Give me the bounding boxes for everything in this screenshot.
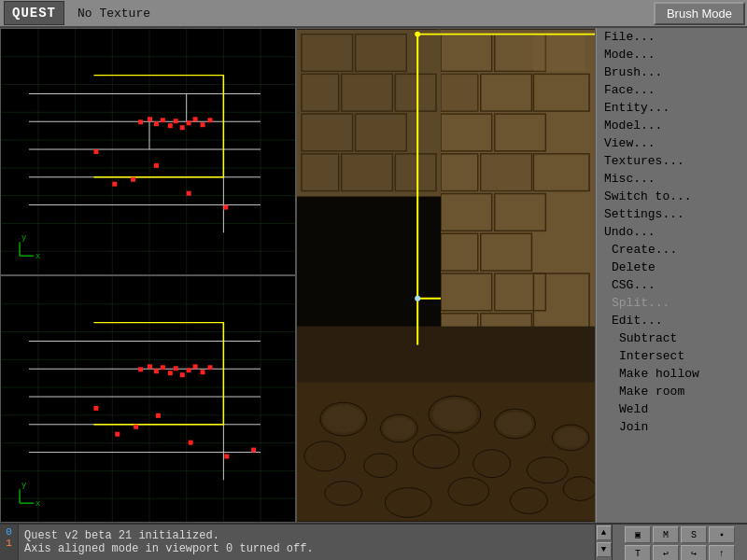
menu-item-10[interactable]: Settings...	[597, 205, 747, 223]
menu-item-8[interactable]: Misc...	[597, 170, 747, 188]
menu-item-3[interactable]: Face...	[597, 81, 747, 99]
svg-rect-76	[201, 370, 205, 374]
svg-point-144	[432, 399, 477, 430]
viewport-bottom-canvas: y x	[1, 276, 295, 522]
menu-item-6[interactable]: View...	[597, 134, 747, 152]
right-menu: File...Mode...Brush...Face...Entity...Mo…	[596, 28, 747, 523]
menu-item-11[interactable]: Undo...	[597, 223, 747, 241]
texture-label: No Texture	[68, 7, 654, 21]
viewport-3d[interactable]: z x	[296, 28, 596, 523]
toolbar-redo-button[interactable]: ↪	[681, 545, 707, 560]
svg-rect-112	[481, 154, 532, 191]
svg-rect-77	[208, 365, 213, 370]
menu-item-0[interactable]: File...	[597, 28, 747, 46]
svg-rect-83	[115, 432, 120, 437]
toolbar-undo-button[interactable]: ↩	[653, 545, 679, 560]
toolbar-snap-button[interactable]: ▪	[709, 526, 735, 543]
svg-rect-71	[168, 371, 173, 375]
viewport-top[interactable]: y x	[0, 28, 296, 275]
menu-item-7[interactable]: Textures...	[597, 152, 747, 170]
toolbar-buttons: ▣ M S ▪ T ↩ ↪ ↑ ↓	[612, 525, 747, 560]
menu-item-17[interactable]: Subtract	[597, 329, 747, 347]
svg-rect-68	[148, 364, 152, 369]
svg-rect-26	[154, 121, 159, 126]
menu-item-4[interactable]: Entity...	[597, 99, 747, 117]
log-messages: Quest v2 beta 21 initialized. Axis align…	[19, 525, 595, 560]
menu-item-13[interactable]: Delete	[597, 259, 747, 276]
svg-point-143	[383, 417, 415, 440]
menu-item-22[interactable]: Join	[597, 418, 747, 436]
svg-rect-35	[93, 149, 98, 154]
svg-rect-39	[154, 163, 159, 168]
left-panel: y x	[0, 28, 296, 523]
line-0: 0	[6, 526, 12, 538]
svg-rect-33	[201, 122, 205, 127]
menu-item-19[interactable]: Make hollow	[597, 365, 747, 383]
svg-rect-30	[180, 125, 185, 130]
toolbar-up-button[interactable]: ↑	[709, 545, 735, 560]
svg-point-142	[323, 405, 364, 433]
svg-rect-37	[187, 191, 191, 196]
scroll-down-button[interactable]: ▼	[597, 542, 612, 557]
scroll-bar: ▲ ▼	[595, 525, 612, 560]
svg-rect-82	[156, 413, 161, 418]
menu-item-12[interactable]: Create...	[597, 241, 747, 259]
svg-rect-38	[223, 205, 228, 210]
menu-item-5[interactable]: Model...	[597, 117, 747, 134]
svg-rect-29	[174, 119, 178, 123]
svg-text:y: y	[21, 481, 27, 490]
svg-rect-75	[193, 364, 198, 369]
svg-rect-31	[187, 120, 191, 125]
main-area: y x	[0, 28, 747, 523]
svg-rect-111	[533, 35, 585, 72]
svg-rect-125	[297, 327, 595, 383]
svg-text:x: x	[35, 499, 40, 509]
menu-item-9[interactable]: Switch to...	[597, 188, 747, 205]
svg-rect-110	[441, 74, 478, 111]
menu-item-21[interactable]: Weld	[597, 400, 747, 418]
svg-rect-25	[148, 117, 152, 121]
toolbar-move-button[interactable]: M	[653, 526, 679, 543]
viewport-top-canvas: y x	[1, 29, 295, 274]
menu-item-16[interactable]: Edit...	[597, 312, 747, 329]
brush-mode-button[interactable]: Brush Mode	[654, 2, 745, 25]
viewport-3d-canvas: z x	[297, 29, 595, 522]
menu-item-1[interactable]: Mode...	[597, 46, 747, 63]
toolbar-scale-button[interactable]: S	[681, 526, 707, 543]
svg-rect-78	[93, 406, 98, 411]
svg-rect-72	[174, 366, 178, 371]
menu-items-container: File...Mode...Brush...Face...Entity...Mo…	[597, 28, 747, 436]
svg-rect-67	[138, 367, 143, 371]
svg-rect-79	[134, 425, 138, 429]
line-numbers: 0 1	[0, 525, 19, 560]
toolbar-select-button[interactable]: ▣	[625, 526, 651, 543]
menu-item-15[interactable]: Split...	[597, 294, 747, 312]
scroll-up-button[interactable]: ▲	[597, 525, 612, 540]
svg-rect-24	[138, 119, 143, 124]
svg-rect-45	[1, 276, 295, 522]
svg-rect-80	[189, 441, 193, 445]
viewport-bottom[interactable]: y x	[0, 275, 296, 523]
svg-point-146	[555, 427, 586, 448]
svg-rect-36	[131, 177, 135, 182]
svg-point-149	[415, 296, 420, 301]
menu-item-20[interactable]: Make room	[597, 383, 747, 400]
menu-item-14[interactable]: CSG...	[597, 276, 747, 294]
quest-logo: QUEST	[4, 1, 64, 25]
menu-item-2[interactable]: Brush...	[597, 63, 747, 81]
svg-rect-73	[180, 372, 185, 377]
svg-rect-84	[251, 448, 256, 453]
svg-rect-0	[1, 29, 295, 274]
menu-item-18[interactable]: Intersect	[597, 347, 747, 365]
svg-rect-70	[161, 365, 165, 370]
toolbar-texture-button[interactable]: T	[625, 545, 651, 560]
svg-rect-28	[168, 123, 173, 128]
top-bar: QUEST No Texture Brush Mode	[0, 0, 747, 28]
bottom-bar: 0 1 Quest v2 beta 21 initialized. Axis a…	[0, 523, 747, 560]
svg-rect-32	[193, 117, 198, 121]
svg-rect-40	[112, 182, 117, 187]
svg-rect-34	[208, 118, 213, 122]
log-msg-0: Quest v2 beta 21 initialized.	[24, 529, 589, 542]
svg-rect-69	[154, 369, 159, 373]
svg-text:x: x	[35, 252, 40, 261]
